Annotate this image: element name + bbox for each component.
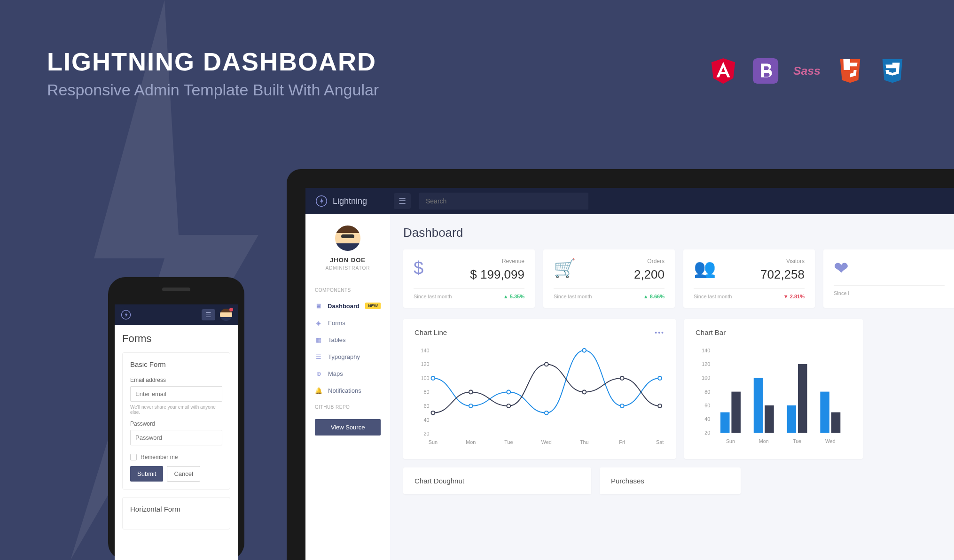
svg-rect-43 bbox=[765, 405, 774, 433]
users-icon: 👥 bbox=[694, 258, 716, 279]
sidebar: JHON DOE ADMINISTRATOR COMPONENTS 🖥Dashb… bbox=[305, 214, 390, 560]
nav-notifications[interactable]: 🔔Notifications bbox=[305, 382, 390, 399]
view-source-button[interactable]: View Source bbox=[315, 419, 381, 436]
phone-topbar: ☰ bbox=[115, 304, 238, 325]
svg-text:140: 140 bbox=[702, 348, 710, 353]
stat-since: Since last month bbox=[694, 294, 732, 299]
topbar: Lightning ☰ bbox=[305, 188, 954, 214]
email-label: Email address bbox=[130, 377, 222, 383]
text-icon: ☰ bbox=[315, 353, 322, 360]
svg-text:80: 80 bbox=[704, 389, 710, 395]
svg-rect-45 bbox=[787, 405, 797, 433]
svg-text:20: 20 bbox=[704, 430, 710, 436]
email-field[interactable] bbox=[130, 386, 222, 402]
svg-point-19 bbox=[507, 390, 510, 394]
svg-text:Wed: Wed bbox=[541, 439, 552, 445]
svg-text:100: 100 bbox=[421, 375, 429, 381]
svg-text:Mon: Mon bbox=[759, 438, 769, 444]
password-label: Password bbox=[130, 420, 222, 427]
stat-since: Since l bbox=[834, 290, 849, 296]
svg-text:Thu: Thu bbox=[580, 439, 589, 445]
remember-label: Remember me bbox=[141, 454, 178, 460]
nav-label: Forms bbox=[328, 319, 345, 327]
nav-tables[interactable]: ▦Tables bbox=[305, 331, 390, 348]
svg-text:80: 80 bbox=[423, 389, 429, 395]
svg-text:Sass: Sass bbox=[793, 64, 821, 77]
purchases-title: Purchases bbox=[611, 477, 729, 485]
chart-menu-button[interactable]: ••• bbox=[655, 329, 665, 336]
user-name: JHON DOE bbox=[313, 257, 383, 264]
stat-value: $ 199,099 bbox=[470, 267, 524, 282]
stat-label: Orders bbox=[634, 258, 665, 264]
remember-row[interactable]: Remember me bbox=[130, 454, 222, 460]
checkbox-icon[interactable] bbox=[130, 454, 137, 460]
svg-point-30 bbox=[658, 404, 662, 408]
email-hint: We'll never share your email with anyone… bbox=[130, 404, 222, 415]
search-input[interactable] bbox=[419, 193, 588, 210]
stat-card: ❤ Since l bbox=[823, 249, 954, 308]
svg-rect-42 bbox=[754, 378, 763, 433]
svg-point-20 bbox=[545, 411, 548, 415]
svg-text:20: 20 bbox=[423, 431, 429, 436]
stat-since: Since last month bbox=[414, 294, 452, 299]
section-github: GITHUB REPO bbox=[305, 404, 390, 410]
password-field[interactable] bbox=[130, 430, 222, 445]
stat-card: 👥 Visitors 702,258 Since last month ▼ 2.… bbox=[683, 249, 815, 308]
hero-subtitle: Responsive Admin Template Built With Ang… bbox=[47, 81, 379, 99]
nav-label: Maps bbox=[328, 370, 343, 377]
new-badge: NEW bbox=[365, 303, 381, 309]
globe-icon: ⊕ bbox=[315, 370, 322, 377]
svg-point-27 bbox=[545, 362, 548, 366]
phone-avatar[interactable] bbox=[220, 309, 232, 321]
nav-label: Notifications bbox=[328, 387, 361, 394]
menu-toggle-button[interactable]: ☰ bbox=[394, 193, 411, 209]
nav-maps[interactable]: ⊕Maps bbox=[305, 365, 390, 382]
svg-rect-48 bbox=[820, 392, 829, 433]
nav-forms[interactable]: ◈Forms bbox=[305, 314, 390, 331]
svg-point-28 bbox=[582, 390, 586, 394]
svg-text:40: 40 bbox=[704, 416, 710, 422]
stat-card: $ Revenue $ 199,099 Since last month ▲ 5… bbox=[403, 249, 535, 308]
stat-label: Revenue bbox=[470, 258, 524, 264]
svg-text:120: 120 bbox=[702, 361, 710, 367]
chart-line-card: Chart Line••• 20406080100120140SunMonTue… bbox=[403, 319, 676, 459]
svg-text:100: 100 bbox=[702, 375, 710, 381]
svg-point-25 bbox=[469, 390, 473, 394]
tech-icons: Sass bbox=[709, 56, 907, 86]
stat-value: 702,258 bbox=[760, 267, 805, 282]
phone-menu-button[interactable]: ☰ bbox=[202, 309, 215, 320]
user-role: ADMINISTRATOR bbox=[313, 265, 383, 271]
stat-value: 2,200 bbox=[634, 267, 665, 282]
svg-text:Tue: Tue bbox=[504, 439, 513, 445]
chart-bar-title: Chart Bar bbox=[696, 328, 726, 336]
nav-typography[interactable]: ☰Typography bbox=[305, 348, 390, 365]
svg-text:Mon: Mon bbox=[466, 439, 476, 445]
monitor-icon: 🖥 bbox=[315, 302, 322, 310]
svg-text:Sun: Sun bbox=[429, 439, 438, 445]
heart-icon: ❤ bbox=[834, 258, 849, 279]
stat-card: 🛒 Orders 2,200 Since last month ▲ 8.66% bbox=[543, 249, 675, 308]
hero-title: LIGHTNING DASHBOARD bbox=[47, 47, 379, 76]
avatar[interactable] bbox=[335, 226, 360, 251]
svg-point-22 bbox=[620, 404, 624, 408]
svg-text:140: 140 bbox=[421, 348, 429, 353]
css3-icon bbox=[878, 56, 907, 86]
nav-dashboard[interactable]: 🖥DashboardNEW bbox=[305, 297, 390, 314]
nav-label: Typography bbox=[328, 353, 360, 360]
dollar-icon: $ bbox=[414, 258, 423, 278]
svg-text:60: 60 bbox=[423, 403, 429, 409]
svg-text:Sat: Sat bbox=[656, 439, 664, 445]
logo-icon bbox=[315, 194, 328, 208]
stat-pct: ▼ 2.81% bbox=[783, 294, 805, 299]
svg-text:120: 120 bbox=[421, 361, 429, 367]
svg-point-24 bbox=[431, 411, 435, 415]
stat-pct: ▲ 8.66% bbox=[643, 294, 665, 299]
phone-page-title: Forms bbox=[122, 333, 230, 345]
svg-point-18 bbox=[469, 404, 473, 408]
table-icon: ▦ bbox=[315, 336, 322, 343]
svg-point-17 bbox=[431, 376, 435, 380]
chart-line-title: Chart Line bbox=[414, 328, 447, 336]
cancel-button[interactable]: Cancel bbox=[167, 466, 200, 482]
nav-label: Dashboard bbox=[328, 303, 360, 310]
submit-button[interactable]: Submit bbox=[130, 466, 163, 482]
